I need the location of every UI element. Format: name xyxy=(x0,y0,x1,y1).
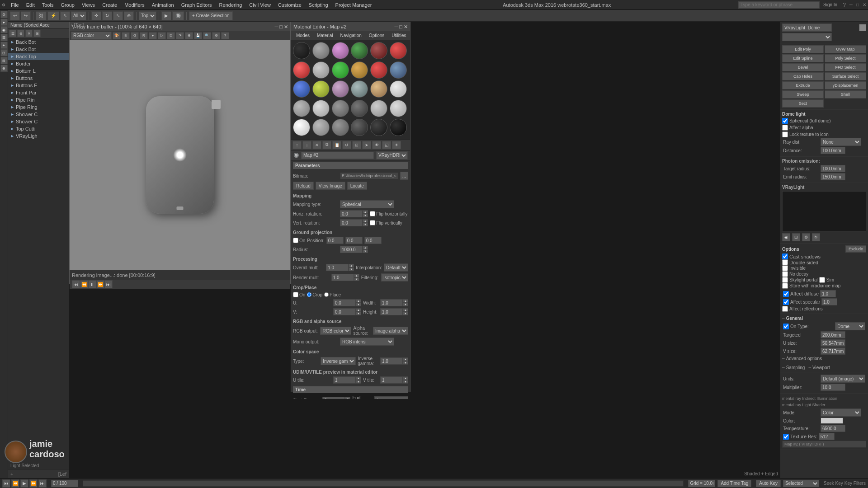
vfb-btn-1[interactable]: 🎨 xyxy=(113,32,121,39)
selected-dropdown[interactable]: Selected xyxy=(783,480,819,487)
search-input[interactable] xyxy=(738,1,820,9)
scale-btn[interactable]: ⤡ xyxy=(113,11,123,20)
tree-item-backbot1[interactable]: ►Back Bot xyxy=(8,38,69,46)
mat-ball-3[interactable] xyxy=(332,42,349,59)
me-crop-height-input[interactable] xyxy=(380,308,403,315)
mat-ball-4[interactable] xyxy=(351,42,368,59)
me-vert-rot-up[interactable]: ▲ xyxy=(363,219,368,223)
me-v-tile-up[interactable]: ▲ xyxy=(403,376,408,380)
menu-tools[interactable]: Tools xyxy=(38,1,57,9)
vp-ffd-select-btn[interactable]: FFD Select xyxy=(825,63,866,71)
vp-preview-btn4[interactable]: ↻ xyxy=(812,233,820,241)
me-crop-u-dn[interactable]: ▼ xyxy=(356,303,361,306)
me-render-dn[interactable]: ▼ xyxy=(354,277,359,281)
left-icon-2[interactable]: ▸ xyxy=(0,19,8,26)
vp-no-decay-check[interactable] xyxy=(782,271,788,277)
vp-affect-diffuse-check[interactable] xyxy=(783,291,789,297)
vfb-btn-3[interactable]: G xyxy=(131,32,139,39)
vp-mode-select[interactable]: Color xyxy=(821,408,861,417)
tree-item-bottuml[interactable]: ►Bottum L xyxy=(8,67,69,75)
vp-double-sided-check[interactable] xyxy=(782,259,788,265)
me-menu-utilities[interactable]: Utilities xyxy=(388,32,410,39)
vp-store-irrad-check[interactable] xyxy=(782,283,788,289)
tree-item-border[interactable]: ►Border xyxy=(8,60,69,67)
me-cs-gamma-up[interactable]: ▲ xyxy=(403,357,408,361)
menu-graph-editors[interactable]: Graph Editors xyxy=(178,1,216,9)
vp-res-input[interactable] xyxy=(819,433,835,440)
mat-ball-21[interactable] xyxy=(332,100,349,117)
help-btn[interactable]: ? xyxy=(841,2,848,8)
me-start-frame-input[interactable] xyxy=(322,397,345,399)
vfb-btn-13[interactable]: ? xyxy=(221,32,229,39)
grid-input[interactable] xyxy=(688,480,715,487)
material-btn[interactable]: 🔘 xyxy=(172,11,184,20)
left-icon-5[interactable]: ✦ xyxy=(0,42,8,49)
menu-edit[interactable]: Edit xyxy=(23,1,38,9)
vp-extrude-btn[interactable]: Extrude xyxy=(782,81,824,89)
menu-create[interactable]: Create xyxy=(99,1,121,9)
vp-advanced-options-toggle[interactable]: ─ Advanced options xyxy=(782,356,866,361)
left-icon-1[interactable]: ⚙ xyxy=(0,11,8,18)
vp-units-select[interactable]: Default (image) xyxy=(821,375,865,383)
mat-ball-11[interactable] xyxy=(370,61,387,79)
me-tb-backlight[interactable]: ☀ xyxy=(392,141,401,149)
mat-ball-28[interactable] xyxy=(351,119,368,136)
me-cs-gamma-input[interactable] xyxy=(380,357,403,365)
vfb-close[interactable]: ✕ xyxy=(284,24,288,30)
me-tb-reset[interactable]: ↺ xyxy=(342,141,351,149)
vp-viewport-toggle[interactable]: ─ Viewport xyxy=(808,365,830,370)
vp-general-toggle[interactable]: ─ General xyxy=(782,316,866,321)
mat-ball-5[interactable] xyxy=(370,42,387,59)
menu-civil-view[interactable]: Civil View xyxy=(245,1,274,9)
mat-ball-24[interactable] xyxy=(390,100,407,117)
me-map-type-select[interactable]: VRayHDRI xyxy=(376,151,408,160)
mat-ball-27[interactable] xyxy=(332,119,349,136)
me-crop-u-input[interactable] xyxy=(333,299,356,306)
me-mapping-type-select[interactable]: Spherical xyxy=(340,200,394,208)
play-back[interactable]: ⏮ xyxy=(72,280,80,288)
mat-ball-20[interactable] xyxy=(312,100,330,117)
mat-ball-17[interactable] xyxy=(370,80,387,98)
sign-in-link[interactable]: Sign In xyxy=(820,2,841,7)
tree-item-backtop[interactable]: ►Back Top xyxy=(8,53,69,60)
me-crop-width-up[interactable]: ▲ xyxy=(403,299,408,303)
bind-btn[interactable]: ⚡ xyxy=(47,11,59,20)
vfb-restore[interactable]: □ xyxy=(279,24,283,30)
me-ground-pos-y[interactable] xyxy=(345,237,363,244)
mat-ball-1[interactable] xyxy=(293,42,310,59)
left-icon-3[interactable]: ◉ xyxy=(0,26,8,33)
tree-btn-2[interactable]: ⊕ xyxy=(17,30,24,37)
me-start-frame-up[interactable]: ▲ xyxy=(345,397,350,399)
vfb-color-mode[interactable]: RGB color xyxy=(71,32,112,40)
vp-edit-spline-btn[interactable]: Edit Spline xyxy=(782,54,824,62)
tree-btn-4[interactable]: ⊞ xyxy=(33,30,41,37)
tree-item-showerc1[interactable]: ►Shower C xyxy=(8,111,69,118)
vp-exclude-btn[interactable]: Exclude xyxy=(845,245,866,253)
vp-map-label[interactable]: Map #2 ( VRayHDRI ) xyxy=(782,441,866,448)
auto-key-btn[interactable]: Auto Key xyxy=(756,480,781,487)
play-pause[interactable]: ⏸ xyxy=(88,280,96,288)
me-tb-paste[interactable]: 📋 xyxy=(332,141,341,149)
me-render-mult-input[interactable] xyxy=(331,274,354,281)
me-horiz-rot-input[interactable] xyxy=(340,210,363,217)
me-vert-rot-input[interactable] xyxy=(340,219,363,226)
vp-bevel-btn[interactable]: Bevel xyxy=(782,63,824,71)
me-ground-radius-up[interactable]: ▲ xyxy=(363,246,368,249)
left-icon-4[interactable]: ☰ xyxy=(0,34,8,41)
vp-ydisplace-btn[interactable]: yDisplacemen xyxy=(825,81,866,89)
mat-ball-23[interactable] xyxy=(370,100,387,117)
mat-ball-18[interactable] xyxy=(390,80,407,98)
me-ground-on-check[interactable] xyxy=(293,238,298,243)
play-next[interactable]: ⏩ xyxy=(96,280,104,288)
mat-ball-8[interactable] xyxy=(312,61,330,79)
prev-btn[interactable]: ⏪ xyxy=(11,479,19,488)
vp-general-on-check[interactable] xyxy=(783,324,789,329)
vp-temperature-input[interactable] xyxy=(821,425,845,432)
mat-ball-15[interactable] xyxy=(332,80,349,98)
vp-target-radius-input[interactable] xyxy=(821,165,845,172)
me-close[interactable]: ✕ xyxy=(404,24,408,30)
create-sel-btn[interactable]: + Create Selection xyxy=(189,11,233,20)
me-tb-options[interactable]: ⊡ xyxy=(352,141,361,149)
me-horiz-rot-up[interactable]: ▲ xyxy=(363,210,368,214)
vfb-btn-11[interactable]: 🔍 xyxy=(203,32,211,39)
